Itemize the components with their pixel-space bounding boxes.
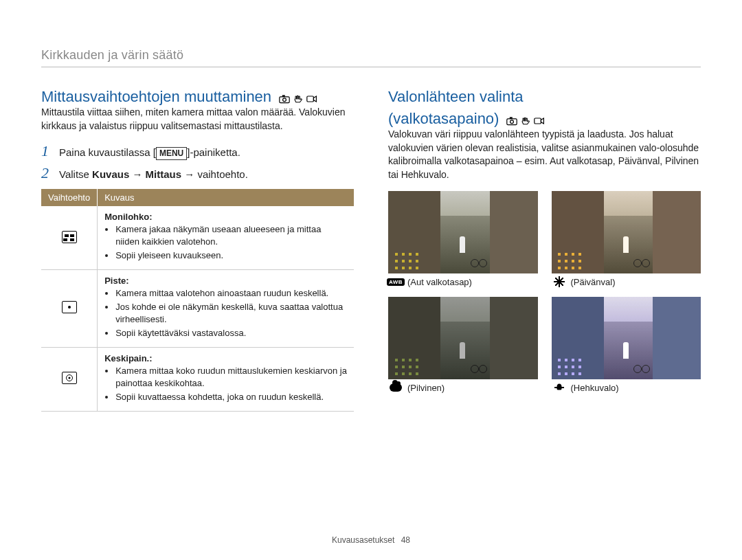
step-2-text: Valitse Kuvaus → Mittaus → vaihtoehto. <box>59 167 248 181</box>
opt-bullet: Kamera mittaa koko ruudun mittauslukemie… <box>115 365 347 389</box>
opt-bullet: Sopii kuvattaessa kohdetta, joka on ruud… <box>115 391 347 403</box>
step-1-number: 1 <box>41 142 52 160</box>
opt-bullet: Sopii yleiseen kuvaukseen. <box>115 249 347 262</box>
options-col2-header: Kuvaus <box>98 189 354 206</box>
left-title-row: Mittausvaihtoehtojen muuttaminen <box>41 88 354 106</box>
wb-sample-tungsten <box>552 297 701 379</box>
table-row: Monilohko: Kamera jakaa näkymän useaan a… <box>41 206 354 269</box>
svg-point-5 <box>510 120 513 124</box>
wb-label-text: (Päivänval) <box>571 277 616 287</box>
page-footer: Kuvausasetukset 48 <box>0 535 742 545</box>
svg-point-1 <box>282 98 286 102</box>
options-col1-header: Vaihtoehto <box>41 189 98 206</box>
wb-sample-awb <box>388 191 538 273</box>
video-mode-icon <box>534 116 545 126</box>
white-balance-grid: AWB (Aut valkotasap) (Päivänval) <box>388 191 701 393</box>
left-section-title: Mittausvaihtoehtojen muuttaminen <box>41 88 271 105</box>
footer-page-number: 48 <box>401 535 410 545</box>
spot-metering-desc: Piste: Kamera mittaa valotehon ainoastaa… <box>98 269 354 347</box>
table-row: Keskipain.: Kamera mittaa koko ruudun mi… <box>41 348 354 412</box>
right-column: Valonlähteen valinta (valkotasapaino) Va… <box>388 88 701 412</box>
svg-rect-2 <box>282 95 284 96</box>
step-1: 1 Paina kuvaustilassa [MENU]-painiketta. <box>41 142 354 160</box>
mode-icons <box>279 94 317 104</box>
awb-badge-text: AWB <box>387 278 405 286</box>
wb-label-cloudy: (Pilvinen) <box>388 382 538 393</box>
mode-icons-right <box>506 116 545 126</box>
camera-mode-icon <box>506 116 517 126</box>
opt-bullet: Jos kohde ei ole näkymän keskellä, kuva … <box>115 301 347 325</box>
center-metering-icon-cell <box>41 348 98 412</box>
video-mode-icon <box>306 94 317 104</box>
svg-rect-6 <box>510 117 513 118</box>
step-1-pre: Paina kuvaustilassa [ <box>59 146 156 158</box>
wb-label-text: (Aut valkotasap) <box>407 277 472 287</box>
opt-bullet: Kamera mittaa valotehon ainoastaan ruudu… <box>115 287 347 300</box>
wb-label-tungsten: (Hehkuvalo) <box>552 382 701 393</box>
step-1-post: ]-painiketta. <box>187 146 240 158</box>
step-2-arrow1: → <box>129 168 145 180</box>
svg-rect-0 <box>279 97 289 103</box>
step-2-bold2: Mittaus <box>146 168 182 180</box>
opt-name: Monilohko: <box>104 212 347 222</box>
multi-metering-icon <box>62 231 77 243</box>
right-section-title-2: (valkotasapaino) <box>388 110 499 127</box>
spot-metering-icon <box>62 301 77 313</box>
wb-sample-daylight <box>552 191 701 273</box>
bulb-icon <box>552 382 567 393</box>
right-section-title-1: Valonlähteen valinta <box>388 88 701 106</box>
opt-name: Keskipain.: <box>104 353 347 363</box>
wb-item-tungsten: (Hehkuvalo) <box>552 297 701 393</box>
camera-mode-icon <box>279 94 290 104</box>
wb-label-text: (Pilvinen) <box>407 383 445 393</box>
wb-label-text: (Hehkuvalo) <box>571 383 619 393</box>
step-1-text: Paina kuvaustilassa [MENU]-painiketta. <box>59 145 240 160</box>
left-intro-text: Mittaustila viittaa siihen, miten kamera… <box>41 106 354 133</box>
table-row: Piste: Kamera mittaa valotehon ainoastaa… <box>41 269 354 347</box>
sun-icon <box>552 276 567 287</box>
opt-name: Piste: <box>104 276 347 286</box>
step-2: 2 Valitse Kuvaus → Mittaus → vaihtoehto. <box>41 164 354 182</box>
cloud-icon <box>388 382 403 393</box>
left-column: Mittausvaihtoehtojen muuttaminen Mittaus… <box>41 88 354 412</box>
svg-rect-4 <box>507 119 517 125</box>
step-2-arrow2: → vaihtoehto. <box>181 168 248 180</box>
options-table: Vaihtoehto Kuvaus Monilohko: Kamera jaka… <box>41 189 354 411</box>
center-metering-desc: Keskipain.: Kamera mittaa koko ruudun mi… <box>98 348 354 412</box>
hand-mode-icon <box>293 94 304 104</box>
right-title-row: Valonlähteen valinta (valkotasapaino) <box>388 88 701 128</box>
hand-mode-icon <box>520 116 531 126</box>
step-2-prefix: Valitse <box>59 168 92 180</box>
wb-item-daylight: (Päivänval) <box>552 191 701 287</box>
wb-item-cloudy: (Pilvinen) <box>388 297 538 393</box>
page-header: Kirkkauden ja värin säätö <box>41 48 701 67</box>
menu-button-label: MENU <box>156 147 187 160</box>
wb-item-awb: AWB (Aut valkotasap) <box>388 191 538 287</box>
center-metering-icon <box>62 372 77 384</box>
step-2-number: 2 <box>41 164 52 182</box>
svg-rect-7 <box>535 118 541 124</box>
multi-metering-desc: Monilohko: Kamera jakaa näkymän useaan a… <box>98 206 354 269</box>
content-columns: Mittausvaihtoehtojen muuttaminen Mittaus… <box>41 88 701 412</box>
wb-label-awb: AWB (Aut valkotasap) <box>388 276 538 287</box>
multi-metering-icon-cell <box>41 206 98 269</box>
spot-metering-icon-cell <box>41 269 98 347</box>
opt-bullet: Sopii käytettäväksi vastavalossa. <box>115 327 347 339</box>
wb-label-daylight: (Päivänval) <box>552 276 701 287</box>
wb-sample-cloudy <box>388 297 538 379</box>
svg-rect-3 <box>306 96 313 102</box>
footer-section: Kuvausasetukset <box>332 535 394 545</box>
awb-icon: AWB <box>388 276 403 287</box>
opt-bullet: Kamera jakaa näkymän useaan alueeseen ja… <box>115 223 347 247</box>
right-intro-text: Valokuvan väri riippuu valonlähteen tyyp… <box>388 128 701 181</box>
step-2-bold1: Kuvaus <box>92 168 129 180</box>
